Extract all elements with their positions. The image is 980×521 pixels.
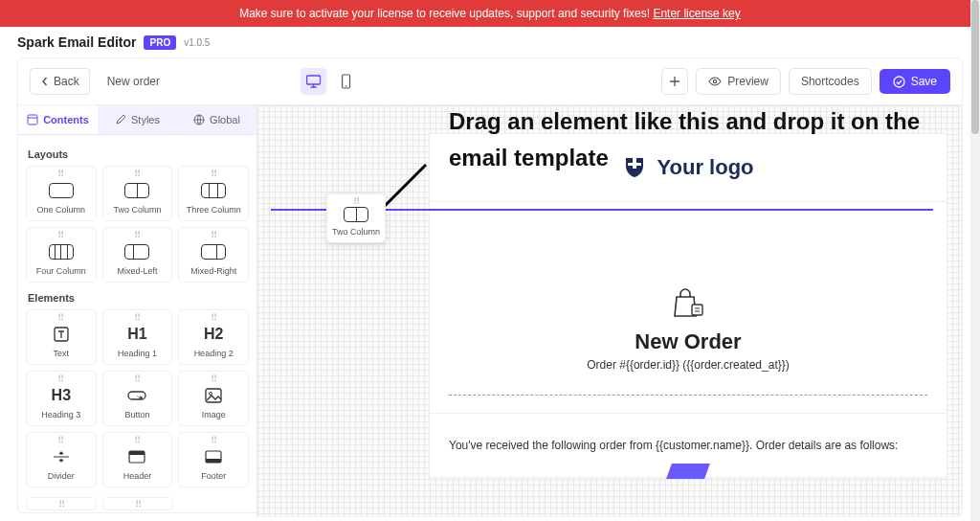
email-template[interactable]: Your logo New Order Order #{{order.id}} … xyxy=(430,134,947,477)
header-icon xyxy=(127,449,146,464)
eye-icon xyxy=(708,77,722,86)
shortcodes-label: Shortcodes xyxy=(801,75,859,88)
element-header[interactable]: ⠿Header xyxy=(102,432,173,487)
check-circle-icon xyxy=(893,76,905,88)
svg-rect-17 xyxy=(692,305,702,315)
mail-logo-text: Your logo xyxy=(657,155,753,180)
shield-icon xyxy=(622,155,647,180)
grip-icon: ⠿ xyxy=(134,316,141,320)
divider-icon xyxy=(52,450,71,464)
mail-divider xyxy=(449,395,927,396)
svg-point-2 xyxy=(345,85,347,87)
layout-label: Mixed-Left xyxy=(117,266,157,276)
pro-badge: PRO xyxy=(144,35,176,50)
element-footer[interactable]: ⠿Footer xyxy=(178,432,249,487)
back-label: Back xyxy=(54,75,79,88)
svg-point-10 xyxy=(210,393,212,396)
grip-icon: ⠿ xyxy=(211,234,217,238)
layout-label: Four Column xyxy=(36,266,86,276)
element-text[interactable]: ⠿Text xyxy=(26,309,97,365)
sidebar: Contents Styles Global Layouts ⠿One Colu… xyxy=(18,105,257,517)
layout-mixed-right[interactable]: ⠿Mixed-Right xyxy=(178,227,249,283)
element-label: Divider xyxy=(48,471,75,481)
element-divider[interactable]: ⠿Divider xyxy=(26,432,97,487)
vertical-scrollbar[interactable] xyxy=(970,0,980,521)
layout-four-column[interactable]: ⠿Four Column xyxy=(26,227,97,283)
desktop-view-button[interactable] xyxy=(301,68,327,95)
tab-styles[interactable]: Styles xyxy=(98,105,177,134)
svg-rect-14 xyxy=(206,459,221,463)
element-heading3[interactable]: ⠿H3Heading 3 xyxy=(26,371,97,426)
mail-order-block: New Order Order #{{order.id}} ({{order.c… xyxy=(430,278,947,377)
mail-spacer xyxy=(430,201,947,278)
svg-rect-12 xyxy=(129,451,145,455)
svg-rect-5 xyxy=(28,115,37,125)
drag-ghost[interactable]: ⠿ Two Column xyxy=(326,193,386,243)
extra-row: ⠿ ⠿ xyxy=(24,491,251,510)
banner-text: Make sure to activate your license to re… xyxy=(239,7,653,20)
toolbar: Back New order Preview Shortcodes xyxy=(18,58,962,105)
grip-icon: ⠿ xyxy=(57,439,64,442)
element-button[interactable]: ⠿Button xyxy=(102,371,173,426)
brand-bar: Spark Email Editor PRO v1.0.5 xyxy=(0,27,980,57)
layout-one-column[interactable]: ⠿One Column xyxy=(26,166,97,221)
chevron-left-icon xyxy=(40,77,50,86)
save-button[interactable]: Save xyxy=(880,69,950,94)
save-label: Save xyxy=(911,75,937,88)
svg-point-4 xyxy=(894,77,904,87)
grip-icon: ⠿ xyxy=(211,316,217,320)
tab-global-label: Global xyxy=(210,114,240,125)
layout-mixed-left[interactable]: ⠿Mixed-Left xyxy=(102,227,173,283)
tab-contents[interactable]: Contents xyxy=(18,105,98,134)
license-link[interactable]: Enter license key xyxy=(653,7,740,20)
grip-icon: ⠿ xyxy=(134,439,141,442)
back-button[interactable]: Back xyxy=(30,68,90,95)
tab-contents-label: Contents xyxy=(43,114,89,125)
svg-rect-0 xyxy=(307,76,321,84)
layout-label: Two Column xyxy=(113,205,161,215)
element-image[interactable]: ⠿Image xyxy=(178,371,249,426)
layout-icon xyxy=(27,114,38,125)
mobile-view-button[interactable] xyxy=(333,68,360,95)
sidebar-tabs: Contents Styles Global xyxy=(18,105,256,135)
element-label: Heading 3 xyxy=(41,410,80,419)
tab-styles-label: Styles xyxy=(131,114,160,125)
preview-button[interactable]: Preview xyxy=(696,68,781,95)
shortcodes-button[interactable]: Shortcodes xyxy=(789,68,872,95)
image-icon xyxy=(204,387,223,404)
layouts-grid: ⠿One Column ⠿Two Column ⠿Three Column ⠿F… xyxy=(24,166,251,286)
svg-rect-9 xyxy=(206,389,221,402)
editor-body: Contents Styles Global Layouts ⠿One Colu… xyxy=(18,105,962,517)
scrollbar-thumb[interactable] xyxy=(971,0,979,134)
sidebar-panel: Layouts ⠿One Column ⠿Two Column ⠿Three C… xyxy=(18,135,256,517)
layout-three-column[interactable]: ⠿Three Column xyxy=(178,166,249,221)
layout-label: Mixed-Right xyxy=(190,266,236,276)
layout-label: Three Column xyxy=(187,205,241,215)
grip-icon: ⠿ xyxy=(134,172,141,176)
grip-icon: ⠿ xyxy=(211,172,217,176)
element-label: Text xyxy=(54,349,70,358)
element-heading1[interactable]: ⠿H1Heading 1 xyxy=(102,309,173,365)
shopping-bag-icon xyxy=(671,287,705,320)
app-name: Spark Email Editor xyxy=(17,34,136,50)
viewport-switcher xyxy=(301,68,360,95)
element-label: Heading 1 xyxy=(118,349,157,358)
element-heading2[interactable]: ⠿H2Heading 2 xyxy=(178,309,249,365)
mail-logo: Your logo xyxy=(430,134,947,201)
layout-two-column[interactable]: ⠿Two Column xyxy=(102,166,173,221)
canvas[interactable]: Drag an element like this and drop it on… xyxy=(257,105,962,517)
element-label: Header xyxy=(123,471,152,481)
text-icon xyxy=(52,325,71,344)
flag-decoration xyxy=(666,464,710,479)
svg-rect-15 xyxy=(633,155,636,169)
mobile-icon xyxy=(342,74,351,89)
elements-title: Elements xyxy=(24,286,251,309)
more-card[interactable]: ⠿ xyxy=(26,497,97,510)
tab-global[interactable]: Global xyxy=(177,105,256,134)
add-button[interactable] xyxy=(661,68,688,95)
more-card[interactable]: ⠿ xyxy=(102,497,173,510)
grip-icon: ⠿ xyxy=(134,377,141,381)
mail-order-title: New Order xyxy=(449,329,927,354)
grip-icon: ⠿ xyxy=(134,234,141,238)
grip-icon: ⠿ xyxy=(57,316,64,320)
